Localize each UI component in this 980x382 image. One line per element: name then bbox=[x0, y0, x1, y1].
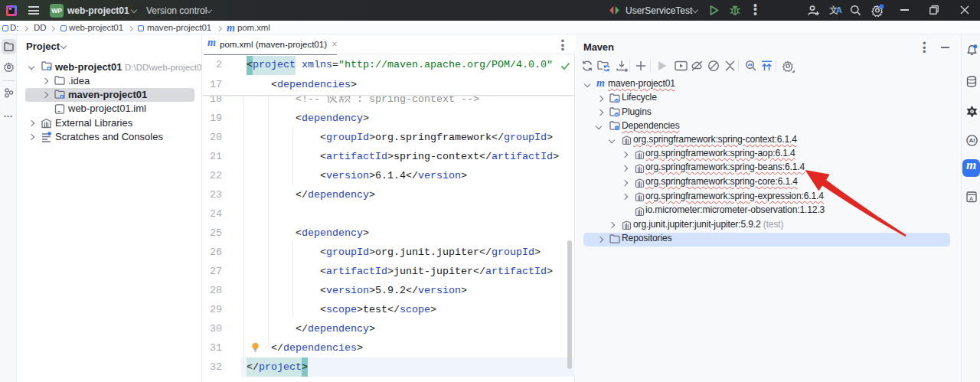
svg-text:A: A bbox=[969, 195, 973, 202]
svg-text:Ai: Ai bbox=[969, 137, 975, 144]
